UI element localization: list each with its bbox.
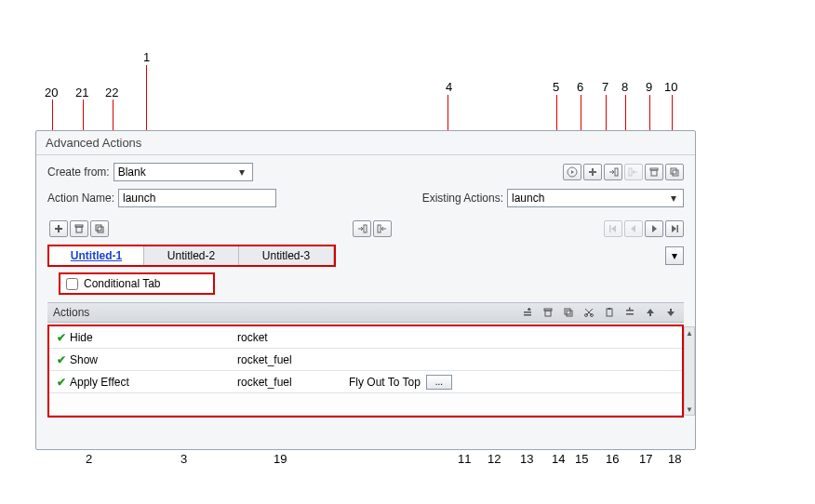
callout-15: 15 [575,452,588,466]
preview-button[interactable] [563,164,581,180]
existing-actions-label: Existing Actions: [422,192,503,205]
action-name-input[interactable] [118,189,276,207]
svg-rect-16 [364,225,367,232]
tabs-overflow-button[interactable]: ▾ [665,246,684,265]
export-button [624,164,643,180]
duplicate-action-button[interactable] [665,164,684,180]
copy-row-button[interactable] [561,305,576,320]
svg-rect-8 [671,168,676,174]
action-cmd: Show [70,353,237,366]
action-extra: Fly Out To Top [349,376,421,389]
svg-rect-37 [626,313,634,315]
check-icon: ✔ [53,376,70,389]
tab-untitled-1[interactable]: Untitled-1 [49,246,144,265]
svg-rect-14 [96,225,101,231]
svg-rect-40 [649,312,651,316]
svg-rect-29 [544,309,552,311]
callout-9: 9 [646,80,652,94]
import-button[interactable] [604,164,622,180]
existing-actions-dropdown[interactable]: ▾ [507,189,684,207]
delete-action-button[interactable] [645,164,663,180]
callout-8: 8 [621,80,628,94]
tab-untitled-3[interactable]: Untitled-3 [239,246,334,265]
conditional-tab-control[interactable]: Conditional Tab [59,272,215,295]
action-cmd: Hide [70,331,237,344]
svg-rect-34 [607,309,612,316]
advanced-actions-dialog: Advanced Actions Create from: ▾ [35,130,696,450]
svg-rect-15 [98,227,103,232]
first-icon [608,223,619,234]
svg-rect-12 [76,227,82,232]
dropdown-arrow-icon[interactable]: ▾ [667,192,679,205]
action-row[interactable]: ✔ Hide rocket [49,326,682,349]
export-icon [377,223,388,234]
create-from-label: Create from: [47,166,110,179]
conditional-tab-checkbox[interactable] [66,278,78,290]
scroll-down-icon[interactable]: ▼ [685,404,694,415]
export-icon [628,166,639,178]
delete-row-button[interactable] [541,305,555,320]
callout-2: 2 [86,452,92,466]
chevron-down-icon: ▾ [672,249,677,262]
import-icon [608,166,619,178]
next-tab-button[interactable] [645,220,663,237]
create-new-button[interactable] [583,164,602,180]
callout-11: 11 [458,452,471,466]
existing-actions-value[interactable] [512,192,667,205]
check-icon: ✔ [53,353,70,366]
action-cmd: Apply Effect [70,376,237,389]
arrow-down-icon [665,307,676,318]
add-row-button[interactable] [520,305,535,320]
svg-marker-19 [611,225,616,232]
svg-rect-27 [528,309,531,311]
cut-row-button[interactable] [581,305,596,320]
callout-12: 12 [488,452,501,466]
paste-row-button[interactable] [602,305,617,320]
plus-icon [53,223,64,234]
effect-options-button[interactable]: ... [426,375,452,390]
insert-row-button[interactable] [622,305,637,320]
trash-icon [648,166,660,178]
svg-rect-13 [75,225,83,227]
callout-14: 14 [552,452,565,466]
callout-16: 16 [606,452,619,466]
play-circle-icon [567,166,578,178]
action-row-empty[interactable] [49,393,682,416]
last-icon [669,223,680,234]
svg-rect-38 [629,308,631,311]
action-row[interactable]: ✔ Show rocket_fuel [49,349,682,371]
action-row[interactable]: ✔ Apply Effect rocket_fuel Fly Out To To… [49,371,682,393]
next-icon [648,223,660,234]
grid-scrollbar[interactable]: ▲ ▼ [684,326,695,416]
callout-5: 5 [553,80,559,94]
svg-rect-5 [629,168,632,176]
callout-7: 7 [602,80,608,94]
svg-rect-4 [615,168,618,176]
svg-rect-25 [524,314,531,316]
svg-marker-1 [571,170,574,174]
add-decision-button[interactable] [49,220,68,237]
import-shared-button[interactable] [353,220,371,237]
svg-rect-7 [650,168,658,170]
remove-decision-button[interactable] [70,220,88,237]
svg-rect-23 [677,225,679,232]
duplicate-decision-button[interactable] [90,220,109,237]
create-from-value[interactable] [118,166,236,179]
svg-rect-31 [567,311,572,316]
move-up-button[interactable] [643,305,658,320]
dropdown-arrow-icon[interactable]: ▾ [236,166,248,179]
scissors-icon [583,307,595,318]
move-down-button[interactable] [663,305,678,320]
check-icon: ✔ [53,331,70,344]
scroll-up-icon[interactable]: ▲ [685,327,694,338]
svg-rect-11 [55,228,62,230]
action-target: rocket_fuel [237,376,349,389]
prev-tab-button [624,220,643,237]
last-tab-button[interactable] [665,220,684,237]
decision-tabs: Untitled-1 Untitled-2 Untitled-3 [47,245,336,267]
create-from-dropdown[interactable]: ▾ [114,163,253,181]
callout-17: 17 [639,452,652,466]
tab-untitled-2[interactable]: Untitled-2 [144,246,239,265]
export-shared-button[interactable] [373,220,392,237]
svg-rect-30 [565,309,570,314]
